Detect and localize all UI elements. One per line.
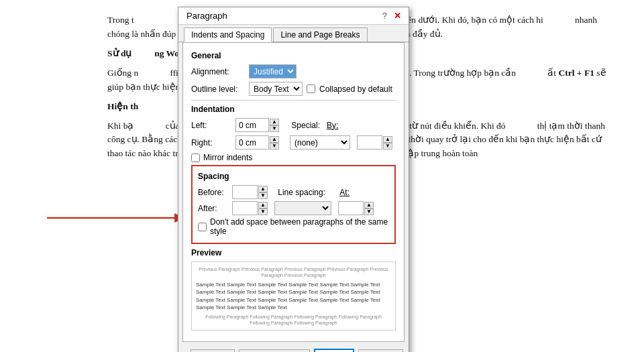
dialog-backdrop: Paragraph ? ✕ Indents and Spacing Line a… — [0, 0, 644, 352]
dont-add-checkbox[interactable] — [198, 223, 207, 231]
before-down-btn[interactable]: ▼ — [258, 192, 268, 199]
tabs-button[interactable]: Tabs... — [191, 349, 234, 352]
line-spacing-select[interactable]: Single 1.5 lines Double At least Exactly… — [274, 201, 331, 215]
right-spinner: 0 cm ▲ ▼ — [235, 135, 279, 150]
after-up-btn[interactable]: ▲ — [258, 202, 268, 209]
general-divider — [191, 100, 396, 101]
by-spinner-btns: ▲ ▼ — [383, 136, 392, 150]
tab-line-page-breaks[interactable]: Line and Page Breaks — [273, 27, 367, 42]
collapsed-label: Collapsed by default — [319, 84, 392, 94]
preview-prev-para: Previous Paragraph Previous Paragraph Pr… — [196, 266, 391, 278]
alignment-select[interactable]: Justified Left Center Right — [249, 64, 297, 78]
indent-left-row: Left: 0 cm ▲ ▼ Special: By: — [191, 118, 396, 132]
general-section-label: General — [191, 51, 396, 60]
dialog-title: Paragraph — [186, 11, 227, 21]
indentation-section-label: Indentation — [191, 105, 396, 114]
preview-box: Previous Paragraph Previous Paragraph Pr… — [191, 261, 396, 331]
left-spinner-btns: ▲ ▼ — [270, 119, 279, 132]
line-spacing-label: Line spacing: — [272, 188, 325, 197]
collapsed-checkbox[interactable] — [307, 84, 315, 93]
before-row: Before: ▲ ▼ Line spacing: At: — [198, 185, 389, 199]
right-spinner-btns: ▲ ▼ — [270, 136, 279, 150]
dialog-titlebar: Paragraph ? ✕ — [178, 7, 409, 25]
spacing-section-label: Spacing — [198, 172, 389, 181]
mirror-checkbox[interactable] — [191, 154, 200, 162]
after-row: After: ▲ ▼ Single 1.5 lines Do — [198, 201, 389, 215]
right-label: Right: — [191, 138, 231, 148]
alignment-row: Alignment: Justified Left Center Right — [191, 64, 396, 78]
outline-level-row: Outline level: Body Text Level 1 Level 2… — [191, 82, 396, 96]
preview-section: Preview Previous Paragraph Previous Para… — [191, 248, 396, 331]
mirror-label: Mirror indents — [203, 153, 252, 162]
at-label: At: — [329, 188, 350, 197]
dialog-body: General Alignment: Justified Left Center… — [182, 42, 405, 342]
special-select[interactable]: (none) First line Hanging — [290, 135, 350, 150]
special-label: Special: — [283, 121, 320, 130]
before-label: Before: — [198, 188, 228, 197]
dialog-tabs: Indents and Spacing Line and Page Breaks — [178, 25, 409, 42]
title-controls: ? ✕ — [380, 11, 403, 21]
before-spinner: ▲ ▼ — [232, 185, 268, 199]
by-input[interactable] — [357, 135, 382, 150]
left-input[interactable]: 0 cm — [235, 118, 269, 132]
preview-sample-text: Sample Text Sample Text Sample Text Samp… — [196, 281, 391, 311]
after-spinner: ▲ ▼ — [232, 201, 268, 215]
by-label: By: — [327, 121, 338, 130]
preview-follow-para: Following Paragraph Following Paragraph … — [196, 314, 391, 326]
outline-level-select[interactable]: Body Text Level 1 Level 2 — [249, 82, 303, 96]
outline-level-label: Outline level: — [191, 84, 245, 94]
alignment-label: Alignment: — [191, 67, 245, 76]
tab-indents-spacing[interactable]: Indents and Spacing — [184, 27, 272, 42]
paragraph-dialog: Paragraph ? ✕ Indents and Spacing Line a… — [178, 7, 409, 352]
ok-button[interactable]: OK — [314, 349, 354, 352]
left-label: Left: — [191, 121, 231, 130]
spacing-section: Spacing Before: ▲ ▼ Line spacing: At: Af… — [191, 165, 396, 244]
by-spinner: ▲ ▼ — [357, 135, 392, 150]
dont-add-label: Don't add space between paragraphs of th… — [210, 217, 389, 236]
after-input[interactable] — [232, 201, 258, 215]
at-spinner-btns: ▲ ▼ — [364, 202, 374, 215]
special-select-wrap: (none) First line Hanging — [290, 135, 350, 150]
after-spinner-btns: ▲ ▼ — [258, 202, 268, 215]
after-label: After: — [198, 204, 228, 213]
close-button[interactable]: ✕ — [392, 11, 403, 21]
mirror-row: Mirror indents — [191, 153, 396, 162]
at-spinner: ▲ ▼ — [338, 201, 374, 215]
dont-add-row: Don't add space between paragraphs of th… — [198, 217, 389, 236]
line-spacing-select-wrap: Single 1.5 lines Double At least Exactly… — [274, 201, 331, 215]
right-input[interactable]: 0 cm — [235, 135, 269, 150]
help-button[interactable]: ? — [380, 11, 389, 21]
right-down-btn[interactable]: ▼ — [270, 143, 279, 150]
right-up-btn[interactable]: ▲ — [270, 136, 279, 143]
left-up-btn[interactable]: ▲ — [270, 119, 279, 125]
by-down-btn[interactable]: ▼ — [383, 143, 392, 150]
set-default-button[interactable]: Set As Default — [239, 349, 310, 352]
at-up-btn[interactable]: ▲ — [364, 202, 374, 209]
left-spinner: 0 cm ▲ ▼ — [235, 118, 279, 132]
after-down-btn[interactable]: ▼ — [258, 209, 268, 215]
at-down-btn[interactable]: ▼ — [364, 209, 374, 215]
left-down-btn[interactable]: ▼ — [270, 125, 279, 132]
before-input[interactable] — [232, 185, 258, 199]
dialog-footer: Tabs... Set As Default OK Cancel — [178, 346, 409, 352]
indent-right-row: Right: 0 cm ▲ ▼ (none) First line Hangin… — [191, 135, 396, 150]
before-spinner-btns: ▲ ▼ — [258, 186, 268, 199]
cancel-button[interactable]: Cancel — [358, 349, 403, 352]
by-up-btn[interactable]: ▲ — [383, 136, 392, 143]
at-input[interactable] — [338, 201, 364, 215]
before-up-btn[interactable]: ▲ — [258, 186, 268, 192]
preview-label: Preview — [191, 248, 396, 257]
